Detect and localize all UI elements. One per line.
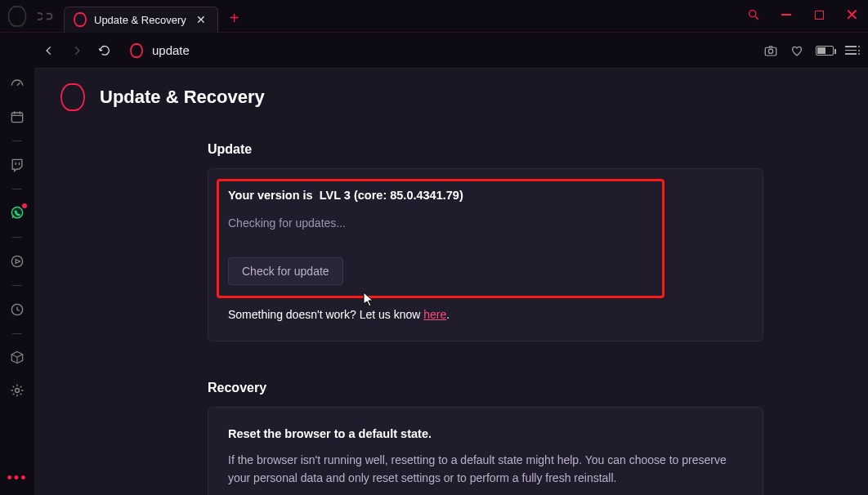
page-title: Update & Recovery: [100, 87, 265, 108]
heart-icon[interactable]: [790, 43, 804, 58]
settings-gear-icon[interactable]: [8, 381, 26, 399]
svg-point-0: [749, 11, 756, 17]
nav-forward-button[interactable]: [69, 42, 85, 59]
titlebar: Update & Recovery ✕ + ✕: [0, 0, 868, 33]
window-maximize-button[interactable]: [808, 3, 830, 26]
version-line: Your version is LVL 3 (core: 85.0.4341.7…: [228, 189, 743, 202]
tab-close-icon[interactable]: ✕: [193, 13, 209, 26]
check-for-update-button[interactable]: Check for update: [228, 257, 343, 285]
main-content: Update & Recovery Update Your version is…: [34, 69, 868, 495]
address-bar[interactable]: update: [129, 43, 190, 58]
help-line: Something doesn't work? Let us know here…: [228, 308, 743, 321]
rail-divider: [12, 333, 22, 334]
gx-icon[interactable]: [38, 8, 54, 25]
browser-tab[interactable]: Update & Recovery ✕: [64, 7, 218, 33]
tab-favicon-icon: [74, 12, 87, 27]
notification-dot-icon: [22, 203, 27, 208]
search-icon[interactable]: [742, 3, 765, 26]
update-status: Checking for updates...: [228, 216, 743, 230]
extensions-icon[interactable]: [8, 349, 26, 367]
recovery-section-label: Recovery: [34, 358, 868, 407]
address-favicon-icon: [130, 43, 143, 58]
tab-title: Update & Recovery: [94, 14, 186, 26]
titlebar-left: Update & Recovery ✕ +: [0, 0, 239, 33]
page-logo-icon: [60, 83, 85, 111]
update-card: Your version is LVL 3 (core: 85.0.4341.7…: [208, 168, 763, 341]
svg-point-3: [768, 49, 772, 53]
reload-button[interactable]: [96, 42, 113, 59]
version-prefix: Your version is: [228, 189, 313, 202]
svg-line-1: [755, 16, 758, 20]
window-close-button[interactable]: ✕: [840, 3, 863, 26]
rail-divider: [12, 285, 22, 286]
battery-icon[interactable]: [816, 46, 834, 56]
new-tab-button[interactable]: +: [230, 9, 239, 28]
rail-divider: [12, 189, 22, 190]
snapshot-icon[interactable]: [763, 43, 778, 58]
sidebar-rail: •••: [0, 33, 34, 495]
nav-back-button[interactable]: [41, 42, 57, 59]
recovery-card: Reset the browser to a default state. If…: [208, 407, 763, 495]
more-icon[interactable]: •••: [7, 470, 28, 487]
play-icon[interactable]: [8, 252, 26, 270]
history-icon[interactable]: [8, 301, 26, 319]
help-link[interactable]: here: [423, 308, 446, 321]
recovery-reset-description: If the browser isn't running well, reset…: [228, 452, 743, 487]
svg-point-8: [16, 389, 20, 393]
opera-logo-icon[interactable]: [8, 6, 27, 27]
page-header: Update & Recovery: [34, 69, 868, 119]
address-text: update: [152, 43, 190, 57]
recovery-reset-title: Reset the browser to a default state.: [228, 427, 743, 440]
easy-setup-icon[interactable]: [845, 46, 857, 55]
help-prefix: Something doesn't work? Let us know: [228, 308, 423, 321]
twitch-icon[interactable]: [8, 156, 26, 174]
rail-divider: [12, 237, 22, 238]
whatsapp-icon[interactable]: [8, 204, 26, 222]
help-suffix: .: [446, 308, 450, 321]
window-controls: ✕: [742, 3, 863, 26]
version-core: (core: 85.0.4341.79): [354, 189, 463, 202]
version-level: LVL 3: [320, 189, 351, 202]
navbar-right: [763, 43, 857, 58]
speed-dial-icon[interactable]: [8, 75, 26, 93]
navigation-bar: update: [0, 33, 868, 69]
update-section-label: Update: [34, 119, 868, 168]
window-minimize-button[interactable]: [775, 3, 798, 26]
svg-rect-4: [11, 113, 22, 123]
rail-divider: [12, 140, 22, 141]
calendar-icon[interactable]: [8, 108, 26, 126]
